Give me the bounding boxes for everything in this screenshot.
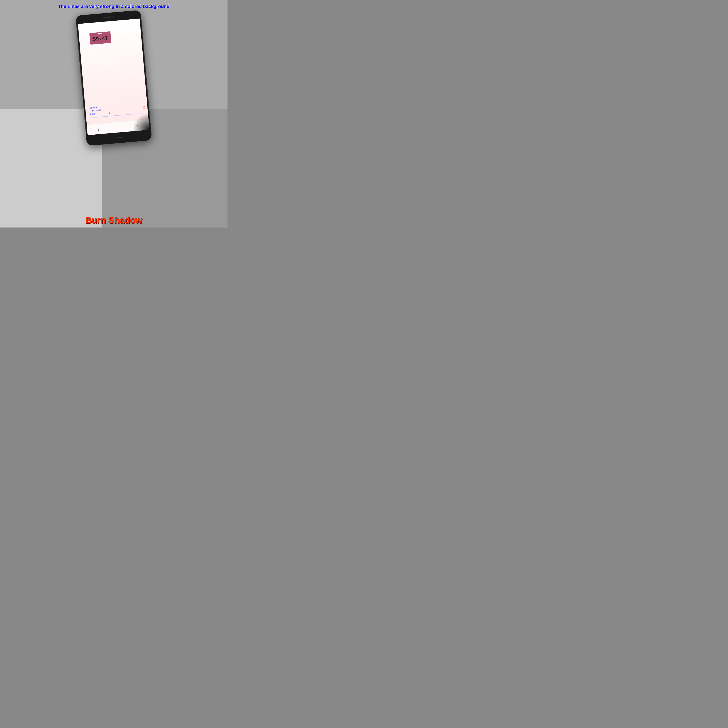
arrow-indicator-1: ↓ xyxy=(109,111,110,115)
price-value: 59.47 xyxy=(93,35,108,42)
nav-recents-icon[interactable]: ||| xyxy=(98,127,100,131)
earpiece-speaker xyxy=(102,17,111,18)
phone-screen: 59.47 Colored Horizontal Line ↓ O ↓ ||| … xyxy=(78,18,149,135)
header-title: The Lines are very strong in a colored b… xyxy=(11,4,216,9)
annotation-label: Colored Horizontal Line xyxy=(89,106,101,115)
price-tag-sticker: 59.47 xyxy=(89,31,111,45)
arrow-indicator-2: ↓ xyxy=(142,112,144,116)
phone-body: 59.47 Colored Horizontal Line ↓ O ↓ ||| … xyxy=(76,10,152,146)
nav-home-icon[interactable]: ○ xyxy=(117,125,119,129)
burn-corner xyxy=(131,113,149,132)
footer-title: Burn Shadow xyxy=(85,215,142,225)
circle-indicator: O xyxy=(143,106,145,109)
front-camera xyxy=(113,16,115,18)
bottom-indicator xyxy=(116,137,122,139)
phone-device: 59.47 Colored Horizontal Line ↓ O ↓ ||| … xyxy=(76,10,152,146)
